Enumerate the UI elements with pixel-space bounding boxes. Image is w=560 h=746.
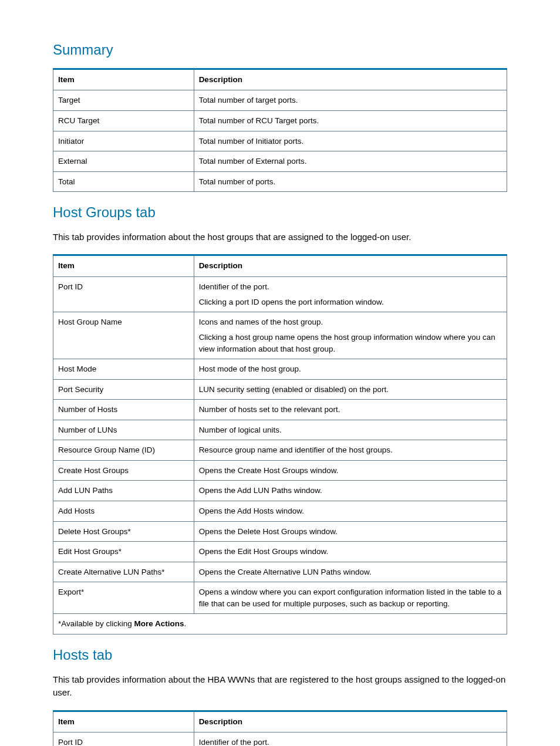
table-row: InitiatorTotal number of Initiator ports… [53,131,507,151]
cell-desc: Number of logical units. [194,420,507,440]
hostgroups-th-desc: Description [194,255,507,277]
table-row: RCU TargetTotal number of RCU Target por… [53,111,507,131]
cell-desc: Total number of External ports. [194,151,507,172]
hostgroups-intro: This tab provides information about the … [53,231,507,244]
cell-item: Number of LUNs [53,420,194,440]
cell-desc: Opens the Add Hosts window. [194,501,507,522]
cell-item: External [53,151,194,172]
table-row: Host Group Name Icons and names of the h… [53,312,507,359]
table-row: Add LUN PathsOpens the Add LUN Paths win… [53,481,507,501]
table-row: Add HostsOpens the Add Hosts window. [53,501,507,522]
cell-item: Initiator [53,131,194,151]
cell-desc: Opens the Create Host Groups window. [194,460,507,481]
cell-item: Create Alternative LUN Paths* [53,562,194,582]
cell-item: Resource Group Name (ID) [53,440,194,461]
footnote-bold: More Actions [134,619,184,628]
cell-desc: Resource group name and identifier of th… [194,440,507,461]
table-row: TargetTotal number of target ports. [53,90,507,111]
hosts-intro: This tab provides information about the … [53,673,507,700]
cell-item: Add Hosts [53,501,194,522]
table-row: Export*Opens a window where you can expo… [53,582,507,614]
table-row: Port SecurityLUN security setting (enabl… [53,379,507,400]
cell-desc: Total number of ports. [194,171,507,192]
table-row: Number of LUNsNumber of logical units. [53,420,507,440]
summary-table: Item Description TargetTotal number of t… [53,68,507,193]
cell-desc: Total number of RCU Target ports. [194,111,507,131]
table-row: Host ModeHost mode of the host group. [53,359,507,380]
cell-item: Create Host Groups [53,460,194,481]
cell-desc: Opens the Create Alternative LUN Paths w… [194,562,507,582]
cell-desc: Number of hosts set to the relevant port… [194,400,507,420]
table-row: Port ID Identifier of the port.Clicking … [53,277,507,312]
summary-th-desc: Description [194,69,507,90]
cell-item: RCU Target [53,111,194,131]
hosts-table: Item Description Port ID Identifier of t… [53,710,507,746]
cell-desc: Opens the Delete Host Groups window. [194,521,507,542]
cell-item: Port Security [53,379,194,400]
cell-desc: Host mode of the host group. [194,359,507,380]
hostgroups-th-item: Item [53,255,194,277]
table-row: Number of HostsNumber of hosts set to th… [53,400,507,420]
footnote-cell: *Available by clicking More Actions. [53,614,507,634]
footnote-suffix: . [184,619,187,628]
table-row: Port ID Identifier of the port.Clicking … [53,733,507,746]
table-row: Edit Host Groups*Opens the Edit Host Gro… [53,542,507,562]
table-row: ExternalTotal number of External ports. [53,151,507,172]
cell-desc: Identifier of the port.Clicking a port I… [194,733,507,746]
footnote-prefix: *Available by clicking [58,619,134,628]
table-row: Delete Host Groups*Opens the Delete Host… [53,521,507,542]
cell-desc: Total number of Initiator ports. [194,131,507,151]
cell-desc: Opens the Edit Host Groups window. [194,542,507,562]
table-row: Create Alternative LUN Paths*Opens the C… [53,562,507,582]
hosts-th-item: Item [53,711,194,733]
table-row: Resource Group Name (ID)Resource group n… [53,440,507,461]
section-title-hosts: Hosts tab [53,645,507,665]
cell-item: Port ID [53,277,194,312]
section-title-hostgroups: Host Groups tab [53,202,507,222]
table-row: TotalTotal number of ports. [53,171,507,192]
cell-desc: Opens a window where you can export conf… [194,582,507,614]
cell-item: Target [53,90,194,111]
cell-item: Number of Hosts [53,400,194,420]
cell-item: Port ID [53,733,194,746]
cell-item: Delete Host Groups* [53,521,194,542]
table-footnote-row: *Available by clicking More Actions. [53,614,507,634]
cell-item: Host Group Name [53,312,194,359]
cell-desc: LUN security setting (enabled or disable… [194,379,507,400]
cell-desc: Opens the Add LUN Paths window. [194,481,507,501]
cell-desc: Identifier of the port.Clicking a port I… [194,277,507,312]
table-row: Create Host GroupsOpens the Create Host … [53,460,507,481]
hosts-th-desc: Description [194,711,507,733]
cell-desc: Icons and names of the host group.Clicki… [194,312,507,359]
cell-item: Edit Host Groups* [53,542,194,562]
cell-item: Host Mode [53,359,194,380]
cell-item: Add LUN Paths [53,481,194,501]
cell-desc: Total number of target ports. [194,90,507,111]
cell-item: Export* [53,582,194,614]
hostgroups-table: Item Description Port ID Identifier of t… [53,254,507,634]
section-title-summary: Summary [53,40,507,60]
cell-item: Total [53,171,194,192]
summary-th-item: Item [53,69,194,90]
